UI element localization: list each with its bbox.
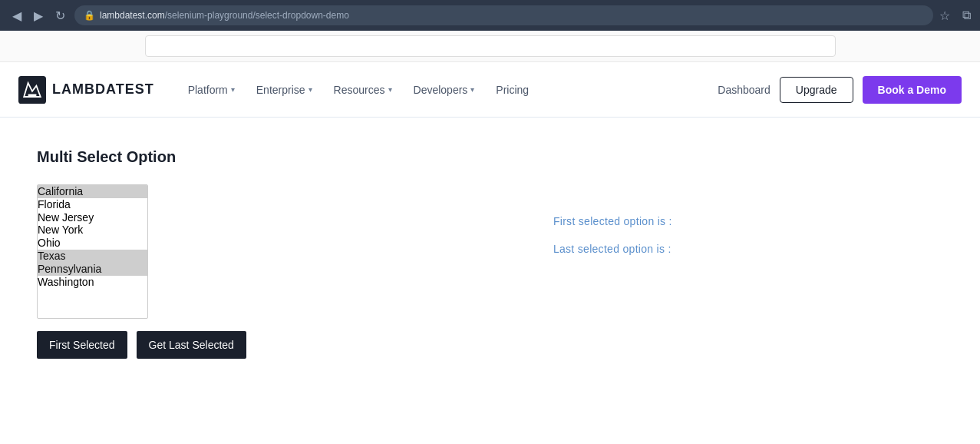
- upgrade-button[interactable]: Upgrade: [780, 77, 853, 103]
- nav-right: Dashboard Upgrade Book a Demo: [718, 76, 962, 104]
- platform-chevron-icon: ▾: [231, 85, 235, 94]
- main-content: Multi Select Option CaliforniaFloridaNew…: [0, 118, 980, 389]
- section-title: Multi Select Option: [37, 148, 943, 166]
- tab-search-bar: [145, 35, 836, 57]
- info-panel: First selected option is : Last selected…: [553, 184, 672, 255]
- select-option[interactable]: Pennsylvania: [38, 263, 147, 276]
- enterprise-nav-item[interactable]: Enterprise ▾: [247, 78, 322, 102]
- bookmark-icon[interactable]: ☆: [939, 8, 950, 23]
- select-option[interactable]: California: [38, 185, 147, 198]
- pricing-nav-item[interactable]: Pricing: [487, 78, 538, 102]
- dashboard-link[interactable]: Dashboard: [718, 84, 770, 96]
- resources-chevron-icon: ▾: [388, 85, 392, 94]
- developers-chevron-icon: ▾: [470, 85, 474, 94]
- back-button[interactable]: ◀: [9, 5, 25, 26]
- demo-area: CaliforniaFloridaNew JerseyNew YorkOhioT…: [37, 184, 943, 359]
- forward-button[interactable]: ▶: [31, 5, 46, 26]
- platform-nav-item[interactable]: Platform ▾: [179, 78, 244, 102]
- address-bar[interactable]: 🔒 lambdatest.com/selenium-playground/sel…: [74, 5, 933, 25]
- logo-icon: [18, 76, 46, 104]
- select-option[interactable]: Washington: [38, 276, 147, 289]
- refresh-button[interactable]: ↻: [52, 5, 68, 26]
- select-option[interactable]: New York: [38, 224, 147, 237]
- multi-select-list[interactable]: CaliforniaFloridaNew JerseyNew YorkOhioT…: [37, 184, 148, 319]
- window-icon[interactable]: ⧉: [962, 8, 971, 22]
- enterprise-chevron-icon: ▾: [309, 85, 312, 94]
- logo-text: LAMBDATEST: [52, 81, 154, 98]
- url-text: lambdatest.com/selenium-playground/selec…: [100, 10, 349, 21]
- lock-icon: 🔒: [84, 10, 95, 21]
- select-area: CaliforniaFloridaNew JerseyNew YorkOhioT…: [37, 184, 246, 359]
- buttons-row: First Selected Get Last Selected: [37, 331, 246, 359]
- resources-nav-item[interactable]: Resources ▾: [325, 78, 401, 102]
- select-option[interactable]: New Jersey: [38, 211, 147, 224]
- svg-rect-1: [28, 94, 37, 96]
- first-selected-button[interactable]: First Selected: [37, 331, 127, 359]
- tab-bar: [0, 31, 980, 62]
- select-option[interactable]: Ohio: [38, 237, 147, 250]
- navbar: LAMBDATEST Platform ▾ Enterprise ▾ Resou…: [0, 62, 980, 118]
- get-last-selected-button[interactable]: Get Last Selected: [137, 331, 246, 359]
- book-demo-button[interactable]: Book a Demo: [863, 76, 962, 104]
- nav-items: Platform ▾ Enterprise ▾ Resources ▾ Deve…: [179, 78, 718, 102]
- logo-container[interactable]: LAMBDATEST: [18, 76, 154, 104]
- first-selected-info: First selected option is :: [553, 215, 672, 227]
- last-selected-info: Last selected option is :: [553, 243, 672, 255]
- select-option[interactable]: Florida: [38, 198, 147, 211]
- developers-nav-item[interactable]: Developers ▾: [404, 78, 484, 102]
- browser-chrome: ◀ ▶ ↻ 🔒 lambdatest.com/selenium-playgrou…: [0, 0, 980, 31]
- select-option[interactable]: Texas: [38, 250, 147, 263]
